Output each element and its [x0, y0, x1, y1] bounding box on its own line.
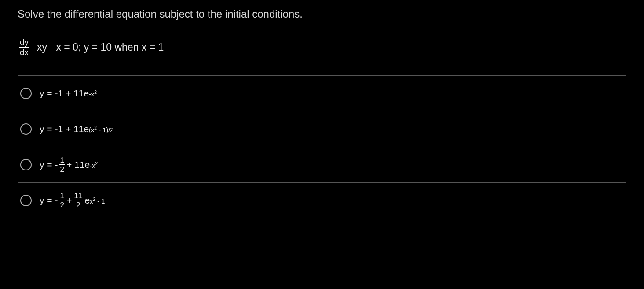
- fraction-denominator: 2: [59, 165, 65, 173]
- option-d-sup: x2 - 1: [90, 200, 105, 201]
- option-c-sup-pre: -x: [90, 162, 95, 169]
- fraction-denominator: dx: [19, 48, 29, 57]
- radio-icon: [20, 123, 32, 135]
- radio-icon: [20, 195, 32, 206]
- fraction-half: 1 2: [59, 156, 65, 173]
- question-prompt: Solve the differential equation subject …: [18, 8, 626, 20]
- options-list: y = -1 + 11e-x2 y = -1 + 11e(x2 - 1)/2 y…: [18, 75, 626, 218]
- equation: dy dx - xy - x = 0; y = 10 when x = 1: [18, 38, 626, 57]
- fraction-numerator: 1: [59, 192, 65, 200]
- option-a-sup-pre: -x: [89, 91, 94, 98]
- option-c-pre: y = -: [40, 159, 58, 170]
- option-d-sup-post: - 1: [95, 198, 105, 205]
- fraction-denominator: 2: [59, 200, 65, 209]
- radio-icon: [20, 159, 32, 170]
- option-b-sup-post: - 1)/2: [97, 126, 113, 133]
- option-a-sup: -x2: [89, 93, 97, 94]
- option-a-sup-sup: 2: [94, 90, 97, 95]
- equation-rest: - xy - x = 0; y = 10 when x = 1: [31, 41, 164, 53]
- radio-icon: [20, 88, 32, 99]
- option-b-sup: (x2 - 1)/2: [89, 128, 113, 130]
- option-b-sup-pre: (x: [89, 126, 94, 133]
- option-a-pre: y = -1 + 11e: [40, 88, 89, 99]
- option-d-pre: y = -: [40, 195, 58, 206]
- fraction-numerator: 11: [73, 192, 83, 200]
- fraction-numerator: 1: [59, 156, 65, 165]
- fraction-eleven-halves: 11 2: [73, 192, 83, 209]
- option-c-math: y = - 1 2 + 11e-x2: [40, 156, 98, 173]
- option-b-pre: y = -1 + 11e: [40, 124, 89, 134]
- question-container: Solve the differential equation subject …: [0, 0, 644, 218]
- fraction-dy-dx: dy dx: [19, 38, 29, 57]
- option-d[interactable]: y = - 1 2 + 11 2 ex2 - 1: [18, 183, 626, 218]
- option-a[interactable]: y = -1 + 11e-x2: [18, 76, 626, 111]
- fraction-numerator: dy: [19, 38, 29, 48]
- option-d-plus: +: [66, 195, 72, 206]
- option-c[interactable]: y = - 1 2 + 11e-x2: [18, 147, 626, 183]
- option-b[interactable]: y = -1 + 11e(x2 - 1)/2: [18, 111, 626, 147]
- option-d-math: y = - 1 2 + 11 2 ex2 - 1: [40, 192, 105, 209]
- fraction-denominator: 2: [75, 200, 81, 209]
- option-c-sup: -x2: [90, 164, 98, 166]
- option-b-math: y = -1 + 11e(x2 - 1)/2: [40, 124, 113, 134]
- option-d-e: e: [84, 195, 90, 206]
- option-c-mid: + 11e: [66, 159, 90, 170]
- option-a-math: y = -1 + 11e-x2: [40, 88, 97, 99]
- option-c-sup-sup: 2: [95, 161, 98, 166]
- fraction-half: 1 2: [59, 192, 65, 209]
